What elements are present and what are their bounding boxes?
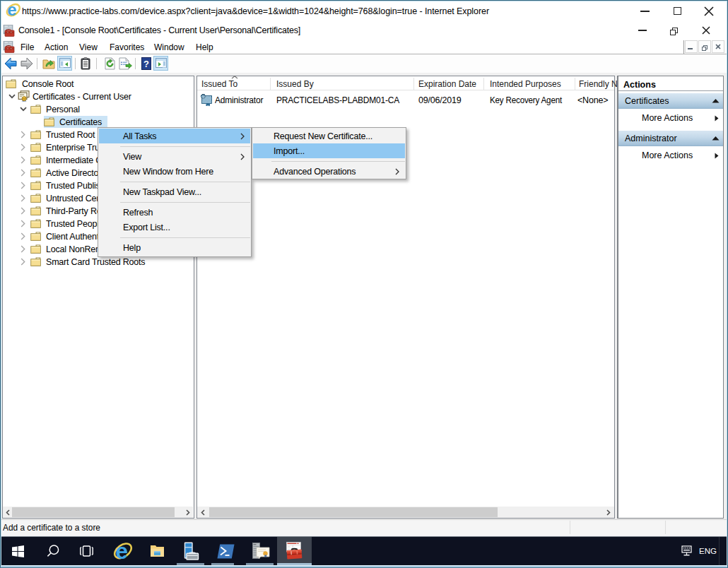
svg-text:e: e: [7, 3, 16, 18]
svg-text:e: e: [115, 541, 128, 561]
